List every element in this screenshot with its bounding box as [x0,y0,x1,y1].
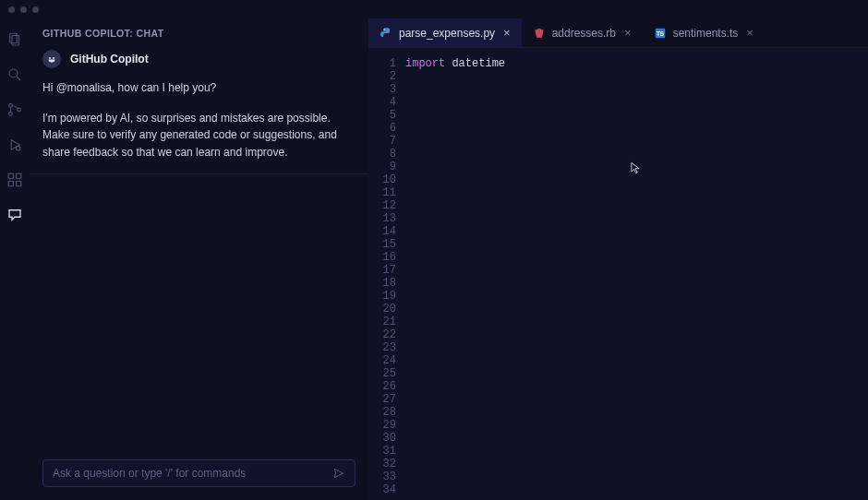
code-line[interactable] [405,367,868,380]
svg-point-8 [17,147,21,151]
svg-rect-0 [10,33,18,43]
code-line[interactable] [405,96,868,109]
svg-point-6 [18,108,21,112]
code-line[interactable] [405,483,868,496]
code-line[interactable] [405,161,868,173]
code-line[interactable] [405,264,868,277]
code-line[interactable] [405,328,868,341]
line-number: 33 [368,470,396,483]
editor-tab[interactable]: TSsentiments.ts× [643,18,765,47]
code-line[interactable] [405,380,868,393]
line-number: 20 [368,303,396,315]
code-line[interactable] [405,341,868,354]
svg-point-15 [384,29,385,30]
code-line[interactable] [405,445,868,458]
code-line[interactable] [405,212,868,225]
code-line[interactable] [405,419,868,432]
traffic-light-close[interactable] [8,6,15,13]
code-line[interactable] [405,315,868,328]
chat-panel-title: GITHUB COPILOT: CHAT [30,18,368,39]
code-line[interactable]: import datetime [405,57,868,70]
line-number: 21 [368,315,396,328]
tab-close-icon[interactable]: × [501,27,512,39]
ruby-file-icon [533,27,546,40]
line-number: 23 [368,341,396,354]
activity-copilot-chat[interactable] [6,207,23,223]
code-line[interactable] [405,470,868,483]
svg-point-14 [53,57,54,59]
line-number: 2 [368,70,396,83]
svg-point-5 [9,113,13,116]
line-number: 14 [368,225,396,238]
svg-point-13 [49,57,51,59]
svg-point-4 [9,104,13,108]
chat-message: Hi @monalisa, how can I help you? [42,79,356,97]
code-line[interactable] [405,432,868,445]
code-line[interactable] [405,277,868,290]
svg-rect-9 [8,173,13,178]
svg-rect-11 [8,182,13,186]
tab-label: parse_expenses.py [399,27,495,40]
line-number: 11 [368,186,396,199]
code-line[interactable] [405,290,868,303]
line-number: 22 [368,328,396,341]
chat-input[interactable] [53,467,325,480]
line-number: 25 [368,367,396,380]
code-line[interactable] [405,458,868,470]
svg-line-3 [17,77,20,80]
code-line[interactable] [405,148,868,161]
tab-label: sentiments.ts [673,27,739,40]
line-number: 12 [368,199,396,212]
svg-marker-7 [11,140,19,150]
code-line[interactable] [405,70,868,83]
editor-tab[interactable]: parse_expenses.py× [368,18,522,47]
code-line[interactable] [405,109,868,122]
chat-message: I'm powered by AI, so surprises and mist… [42,110,356,161]
code-line[interactable] [405,186,868,199]
activity-bar [0,18,30,500]
line-number: 4 [368,96,396,109]
activity-search[interactable] [6,66,23,83]
code-line[interactable] [405,83,868,96]
bot-name: GitHub Copilot [70,53,149,65]
code-editor[interactable]: 1234567891011121314151617181920212223242… [368,48,868,500]
tab-close-icon[interactable]: × [622,27,633,39]
line-number: 19 [368,290,396,303]
code-line[interactable] [405,173,868,186]
line-number: 30 [368,432,396,445]
copilot-avatar-icon [42,50,61,68]
code-line[interactable] [405,393,868,406]
editor-area: parse_expenses.py×addresses.rb×TSsentime… [368,18,868,500]
activity-extensions[interactable] [6,172,23,188]
svg-point-2 [9,69,18,77]
chat-panel: GITHUB COPILOT: CHAT GitHub Copilot Hi @… [30,18,368,500]
editor-tab[interactable]: addresses.rb× [522,18,643,47]
python-file-icon [380,27,392,40]
activity-run-debug[interactable] [6,137,23,153]
code-line[interactable] [405,238,868,251]
code-line[interactable] [405,135,868,148]
tab-label: addresses.rb [552,27,616,40]
tab-close-icon[interactable]: × [744,27,755,39]
line-number: 9 [368,161,396,173]
line-number: 32 [368,458,396,470]
send-icon[interactable] [332,467,345,480]
traffic-light-zoom[interactable] [32,6,39,13]
line-number: 15 [368,238,396,251]
chat-input-container[interactable] [42,459,356,487]
code-line[interactable] [405,251,868,264]
line-number: 24 [368,354,396,367]
code-line[interactable] [405,225,868,238]
code-line[interactable] [405,303,868,315]
traffic-light-minimize[interactable] [20,6,27,13]
line-number: 28 [368,406,396,419]
code-line[interactable] [405,354,868,367]
line-number: 34 [368,483,396,496]
code-content[interactable]: import datetime [405,57,868,500]
line-number: 13 [368,212,396,225]
code-line[interactable] [405,122,868,135]
activity-explorer[interactable] [6,31,23,48]
code-line[interactable] [405,406,868,419]
code-line[interactable] [405,199,868,212]
activity-source-control[interactable] [6,101,23,118]
